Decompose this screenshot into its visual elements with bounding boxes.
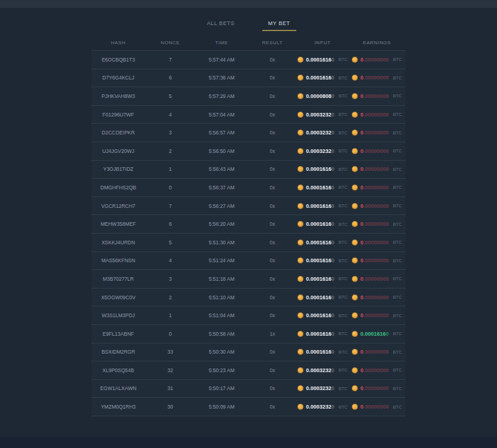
table-row: X5OGW09C0V 2 5:51:10 AM 0x 0.00016160 BT… — [91, 289, 406, 307]
gold-coin-icon — [352, 166, 358, 172]
bet-nonce: 1 — [145, 166, 195, 172]
bet-earnings-value: 0.00000000 — [360, 404, 389, 410]
gold-coin-icon — [352, 257, 358, 263]
bet-earnings-value: 0.00000000 — [360, 312, 389, 318]
gold-coin-icon — [352, 75, 358, 81]
bet-input-value: 0.00032320 — [306, 404, 335, 410]
bet-hash[interactable]: D2CCOEIPKR — [91, 130, 145, 136]
bet-nonce: 0 — [145, 185, 195, 191]
table-row: E9FL13ABNF 0 5:50:58 AM 1x 0.00016160 BT… — [91, 325, 406, 343]
bet-input: 0.00016160 BTC — [297, 203, 348, 209]
bet-hash[interactable]: PJHKVAH8W3 — [91, 93, 145, 99]
currency-label: BTC — [339, 167, 348, 172]
currency-label: BTC — [339, 222, 348, 227]
bet-input-value: 0.00016160 — [306, 294, 335, 300]
table-row: PJHKVAH8W3 5 5:57:29 AM 0x 0.00008080 BT… — [91, 87, 406, 106]
bet-hash[interactable]: M3B70277LR — [91, 276, 145, 282]
bet-hash[interactable]: MEHW358MEF — [91, 221, 145, 227]
bet-input-value: 0.00016160 — [306, 276, 335, 282]
currency-label: BTC — [339, 276, 348, 281]
bet-result: 0x — [248, 185, 297, 191]
currency-label: BTC — [393, 222, 402, 227]
bet-input-value: 0.00032320 — [306, 385, 335, 391]
bet-hash[interactable]: VGCR12RCH7 — [91, 203, 145, 209]
bet-input: 0.00016160 BTC — [297, 185, 348, 191]
table-row: DMGHFHS2QB 0 5:56:37 AM 0x 0.00016160 BT… — [91, 179, 406, 197]
bet-time: 5:57:44 AM — [195, 57, 248, 63]
bet-hash[interactable]: XSKKJ4URDN — [91, 240, 145, 246]
gold-coin-icon — [297, 75, 303, 81]
table-row: XL9P0SQ54B 32 5:50:23 AM 0x 0.00032320 B… — [91, 361, 406, 380]
column-header-hash: HASH — [91, 40, 145, 45]
bet-hash[interactable]: EGW1ALXAWN — [91, 385, 145, 391]
bet-nonce: 33 — [145, 349, 195, 355]
table-row: MAS56KFNSN 4 5:51:24 AM 0x 0.00016160 BT… — [91, 252, 406, 271]
tab-all-bets[interactable]: ALL BETS — [201, 16, 241, 31]
bet-earnings-value: 0.00000000 — [360, 221, 389, 227]
bet-nonce: 32 — [145, 367, 195, 373]
bet-hash[interactable]: D7Y6G4KCLJ — [91, 75, 145, 81]
currency-label: BTC — [339, 240, 348, 245]
bet-hash[interactable]: XL9P0SQ54B — [91, 367, 145, 373]
bet-hash[interactable]: E9FL13ABNF — [91, 331, 145, 337]
currency-label: BTC — [339, 185, 348, 190]
bet-input-value: 0.00016160 — [306, 75, 335, 81]
bet-time: 5:56:57 AM — [195, 130, 248, 136]
bet-hash[interactable]: E6OCBQB1T3 — [91, 57, 145, 63]
currency-label: BTC — [393, 367, 402, 373]
bet-input: 0.00016160 BTC — [297, 221, 348, 227]
bet-earnings-value: 0.00000000 — [360, 93, 389, 99]
gold-coin-icon — [352, 130, 358, 136]
currency-label: BTC — [393, 185, 402, 190]
bet-earnings: 0.00000000 BTC — [348, 148, 406, 154]
bet-hash[interactable]: BSXIDM2RGR — [91, 349, 145, 355]
bet-time: 5:56:27 AM — [195, 203, 248, 209]
currency-label: BTC — [393, 313, 402, 318]
bet-nonce: 1 — [145, 312, 195, 318]
bet-input-value: 0.00016160 — [306, 240, 335, 246]
column-header-result: RESULT — [248, 40, 297, 45]
currency-label: BTC — [339, 75, 348, 81]
column-header-earnings: EARNINGS — [348, 40, 406, 45]
bet-result: 0x — [248, 385, 297, 391]
bet-earnings: 0.00016160 BTC — [348, 331, 406, 337]
bet-input-value: 0.00016160 — [306, 257, 335, 263]
bet-hash[interactable]: F01296U7WF — [91, 112, 145, 118]
bet-input: 0.00032320 BTC — [297, 367, 348, 373]
bet-hash[interactable]: UJ4JGV20WJ — [91, 148, 145, 154]
bet-earnings-value: 0.00000000 — [360, 240, 389, 246]
currency-label: BTC — [393, 130, 402, 136]
table-header: HASH NONCE TIME RESULT INPUT EARNINGS — [91, 36, 406, 50]
bet-nonce: 6 — [145, 75, 195, 81]
bet-earnings: 0.00000000 BTC — [348, 276, 406, 282]
bet-hash[interactable]: YMZM0Q1RH3 — [91, 404, 145, 410]
gold-coin-icon — [352, 185, 358, 191]
gold-coin-icon — [297, 203, 303, 209]
bet-input-value: 0.00032320 — [306, 367, 335, 373]
gold-coin-icon — [297, 349, 303, 355]
bet-hash[interactable]: MAS56KFNSN — [91, 257, 145, 263]
currency-label: BTC — [339, 203, 348, 208]
bet-time: 5:57:29 AM — [195, 93, 248, 99]
bet-input-value: 0.00032320 — [306, 112, 335, 118]
bet-result: 0x — [248, 203, 297, 209]
bet-input: 0.00016160 BTC — [297, 240, 348, 246]
table-row: M3B70277LR 3 5:51:18 AM 0x 0.00016160 BT… — [91, 270, 406, 289]
bet-result: 0x — [248, 404, 297, 410]
tab-my-bet[interactable]: MY BET — [262, 16, 296, 31]
currency-label: BTC — [339, 93, 348, 99]
bet-input-value: 0.00016160 — [306, 203, 335, 209]
gold-coin-icon — [352, 367, 358, 373]
bet-hash[interactable]: W3S1LM3PDJ — [91, 312, 145, 318]
table-row: W3S1LM3PDJ 1 5:51:04 AM 0x 0.00016160 BT… — [91, 306, 406, 325]
bet-input-value: 0.00016160 — [306, 166, 335, 172]
bet-result: 0x — [248, 349, 297, 355]
bet-hash[interactable]: DMGHFHS2QB — [91, 185, 145, 191]
bet-hash[interactable]: Y3OJB1TIDZ — [91, 166, 145, 172]
bet-hash[interactable]: X5OGW09C0V — [91, 294, 145, 300]
bet-nonce: 7 — [145, 203, 195, 209]
currency-label: BTC — [339, 331, 348, 336]
bet-earnings: 0.00000000 BTC — [348, 93, 406, 99]
table-row: F01296U7WF 4 5:57:04 AM 0x 0.00032320 BT… — [91, 106, 406, 124]
bet-time: 5:51:10 AM — [195, 294, 248, 300]
